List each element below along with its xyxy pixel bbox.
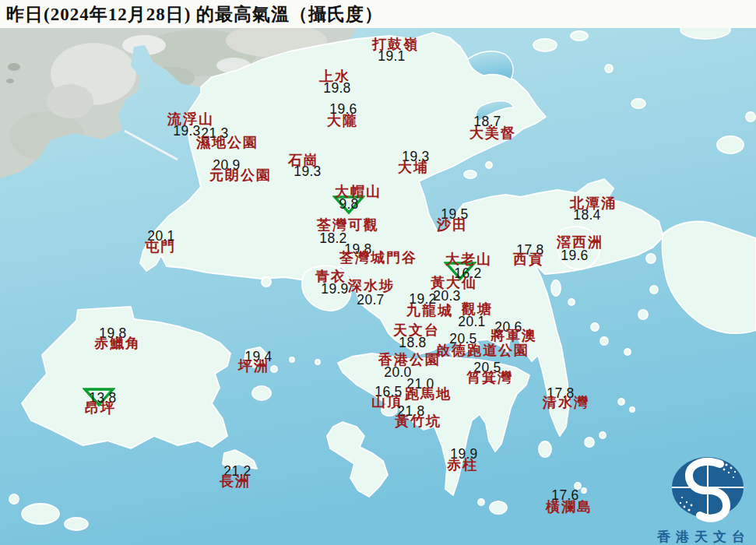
station-name-label: 觀塘: [462, 300, 493, 318]
station-name-label: 大老山: [445, 250, 492, 269]
station-name-label: 坪洲: [238, 357, 269, 375]
station-name-label: 清水灣: [543, 393, 589, 412]
hko-logo-text-zh: 香港天文台: [651, 528, 756, 545]
station-name-label: 北潭涌: [570, 194, 617, 213]
station-name-label: 九龍城: [406, 301, 453, 320]
station-name-label: 大隴: [327, 111, 358, 130]
station-name-label: 濕地公園: [196, 133, 258, 152]
station-name-label: 赤柱: [447, 455, 478, 474]
hko-logo: 香港天文台 HONG KONG OBSERVATORY: [651, 454, 756, 545]
station-name-label: 大埔: [398, 158, 429, 177]
station-name-label: 香港公園: [378, 350, 441, 369]
station-name-label: 將軍澳: [491, 326, 537, 345]
station-name-label: 元朗公園: [209, 166, 272, 185]
station-name-label: 黃大仙: [431, 273, 477, 292]
station-name-label: 上水: [319, 67, 350, 86]
stations-layer: 19.1打鼓嶺19.8上水19.6大隴19.3流浮山21.3濕地公園20.9元朗…: [0, 0, 756, 545]
station-name-label: 赤鱲角: [94, 334, 141, 353]
hko-logo-mark: [651, 454, 756, 524]
station-name-label: 筲箕灣: [466, 368, 513, 387]
station-name-label: 沙田: [437, 216, 468, 234]
station-name-label: 天文台: [393, 321, 440, 339]
station-name-label: 西貢: [513, 250, 544, 269]
station-name-label: 打鼓嶺: [372, 35, 419, 54]
station-name-label: 大帽山: [335, 182, 382, 201]
weather-map-page: 昨日(2024年12月28日) 的最高氣溫（攝氏度） 19.1打鼓嶺19.8上水…: [0, 0, 756, 545]
station-name-label: 青衣: [315, 267, 346, 286]
station-name-label: 荃灣可觀: [317, 216, 379, 234]
station-name-label: 荃灣城門谷: [339, 248, 417, 267]
station-name-label: 石崗: [288, 151, 319, 170]
station-name-label: 深水埗: [348, 276, 395, 295]
station-name-label: 橫瀾島: [546, 498, 592, 516]
title-bar: 昨日(2024年12月28日) 的最高氣溫（攝氏度）: [0, 0, 756, 28]
station-name-label: 長洲: [220, 472, 251, 490]
station-name-label: 昂坪: [85, 399, 116, 417]
station-name-label: 滘西洲: [557, 233, 603, 251]
station-name-label: 大美督: [469, 124, 516, 142]
station-name-label: 黃竹坑: [395, 412, 441, 431]
station-name-label: 跑馬地: [405, 385, 452, 403]
station-name-label: 屯門: [145, 237, 176, 256]
page-title: 昨日(2024年12月28日) 的最高氣溫（攝氏度）: [6, 2, 383, 26]
